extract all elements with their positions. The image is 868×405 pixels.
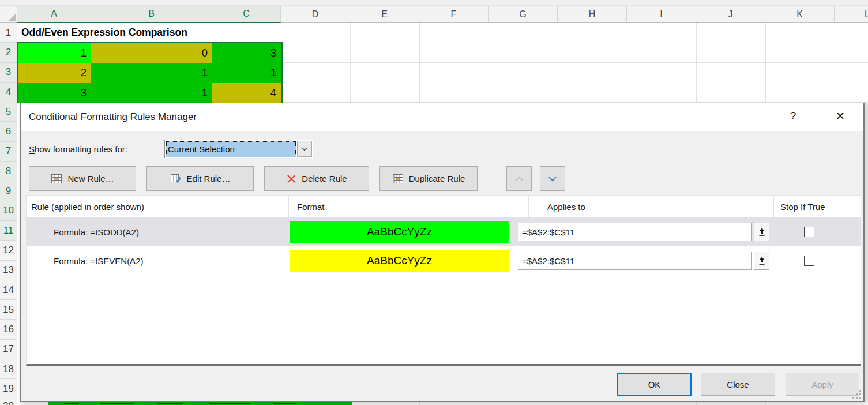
cell-B2[interactable]: 0 xyxy=(91,43,212,63)
peek-row-strip xyxy=(17,402,868,405)
rule-row-iseven[interactable]: Formula: =ISEVEN(A2) AaBbCcYyZz =$A$2:$C… xyxy=(27,246,861,275)
applies-to-input[interactable]: =$A$2:$C$11 xyxy=(518,223,752,241)
ok-button[interactable]: OK xyxy=(617,373,692,396)
sheet-right-sliver xyxy=(865,103,868,402)
cell-A4[interactable]: 3 xyxy=(17,82,91,103)
column-header-J[interactable]: J xyxy=(696,6,765,23)
cell-C4[interactable]: 4 xyxy=(212,82,281,103)
row-header-3[interactable]: 3 xyxy=(0,63,17,82)
row-header-18[interactable]: 18 xyxy=(0,359,17,379)
peek-text-fragment xyxy=(273,403,296,404)
excel-window: A B C D E F G H I J K L 1 2 3 4 5 6 7 8 … xyxy=(0,0,868,405)
column-header-E[interactable]: E xyxy=(350,6,419,23)
close-dialog-button[interactable]: Close xyxy=(701,373,775,396)
row-header-14[interactable]: 14 xyxy=(0,280,17,300)
dialog-titlebar: Conditional Formatting Rules Manager ? ✕ xyxy=(21,103,863,131)
stop-if-true-checkbox[interactable] xyxy=(804,256,814,266)
applies-to-input[interactable]: =$A$2:$C$11 xyxy=(518,252,752,270)
column-header-K[interactable]: K xyxy=(765,6,835,23)
rule-format-preview: AaBbCcYyZz xyxy=(290,250,509,272)
cell-A2[interactable]: 1 xyxy=(17,43,91,63)
conditional-formatting-rules-manager-dialog: Conditional Formatting Rules Manager ? ✕… xyxy=(20,103,865,402)
cell-B3[interactable]: 1 xyxy=(91,63,212,82)
cell-C3[interactable]: 1 xyxy=(212,63,281,82)
dialog-title: Conditional Formatting Rules Manager xyxy=(29,103,197,131)
rule-row-isodd[interactable]: Formula: =ISODD(A2) AaBbCcYyZz =$A$2:$C$… xyxy=(27,217,861,246)
row-header-17[interactable]: 17 xyxy=(0,340,17,359)
rule-formula-text: Formula: =ISEVEN(A2) xyxy=(54,246,143,275)
duplicate-rule-button[interactable]: Duplicate Rule xyxy=(379,166,478,191)
row-header-6[interactable]: 6 xyxy=(0,122,17,141)
column-header-F[interactable]: F xyxy=(419,6,489,23)
peek-text-fragment xyxy=(157,403,183,404)
row-header-15[interactable]: 15 xyxy=(0,300,17,320)
cell-A3[interactable]: 2 xyxy=(17,63,91,82)
close-icon: ✕ xyxy=(836,109,846,123)
column-header-C[interactable]: C xyxy=(212,6,281,23)
row-header-20[interactable]: 20 xyxy=(0,399,17,405)
apply-button: Apply xyxy=(786,373,859,396)
row-header-9[interactable]: 9 xyxy=(0,181,17,201)
collapse-dialog-button[interactable] xyxy=(754,252,769,270)
select-all-corner[interactable] xyxy=(0,6,17,23)
stop-if-true-checkbox[interactable] xyxy=(804,227,814,237)
duplicate-rule-table-icon xyxy=(392,173,404,185)
column-header-G[interactable]: G xyxy=(489,6,558,23)
row-header-1[interactable]: 1 xyxy=(0,23,17,43)
peek-green-cells xyxy=(48,402,352,405)
new-rule-button[interactable]: New Rule… xyxy=(29,166,136,191)
header-separator xyxy=(288,196,289,217)
cell-B4[interactable]: 1 xyxy=(91,82,212,103)
column-header-band: A B C D E F G H I J K L xyxy=(0,6,868,23)
column-header-stop-if-true: Stop If True xyxy=(780,196,825,217)
column-header-rule: Rule (applied in order shown) xyxy=(31,196,144,217)
row-header-7[interactable]: 7 xyxy=(0,142,17,162)
row-header-4[interactable]: 4 xyxy=(0,82,17,102)
column-header-format: Format xyxy=(297,196,325,217)
peek-gridlines xyxy=(281,402,868,405)
close-button[interactable]: ✕ xyxy=(828,103,853,129)
delete-rule-button[interactable]: Delete Rule xyxy=(264,166,369,191)
sheet-top-strip xyxy=(0,0,868,6)
edit-rule-button[interactable]: Edit Rule… xyxy=(146,166,254,191)
move-rule-down-button[interactable] xyxy=(540,166,565,191)
collapse-dialog-button[interactable] xyxy=(754,223,769,241)
horizontal-gridlines xyxy=(281,43,868,103)
column-header-H[interactable]: H xyxy=(558,6,627,23)
row-header-5[interactable]: 5 xyxy=(0,102,17,122)
row-header-19[interactable]: 19 xyxy=(0,379,17,399)
delete-x-icon xyxy=(286,174,296,184)
row-header-16[interactable]: 16 xyxy=(0,320,17,339)
rule-format-preview: AaBbCcYyZz xyxy=(290,221,509,243)
rule-formula-text: Formula: =ISODD(A2) xyxy=(54,217,139,246)
collapse-range-icon xyxy=(758,228,765,237)
help-button[interactable]: ? xyxy=(780,103,806,129)
column-header-L[interactable]: L xyxy=(835,6,868,23)
column-header-D[interactable]: D xyxy=(281,6,350,23)
move-rule-up-button[interactable] xyxy=(506,166,532,191)
dropdown-arrow-button[interactable] xyxy=(297,141,312,157)
resize-grip[interactable] xyxy=(851,388,861,399)
chevron-up-icon xyxy=(514,176,524,182)
column-header-I[interactable]: I xyxy=(627,6,696,23)
peek-text-fragment xyxy=(209,403,250,404)
row-header-12[interactable]: 12 xyxy=(0,241,17,260)
show-formatting-rules-label: Show formatting rules for: xyxy=(29,140,127,158)
collapse-range-icon xyxy=(758,257,765,265)
column-header-B[interactable]: B xyxy=(91,6,212,23)
new-rule-table-icon xyxy=(51,173,62,185)
header-separator xyxy=(773,196,774,217)
help-icon: ? xyxy=(790,110,796,122)
column-header-A[interactable]: A xyxy=(17,6,91,23)
cell-A1-title[interactable]: Odd/Even Expression Comparison xyxy=(17,23,281,43)
dropdown-selected-value: Current Selection xyxy=(166,141,296,157)
row-header-11[interactable]: 11 xyxy=(0,221,17,241)
chevron-down-icon xyxy=(302,147,307,151)
row-header-13[interactable]: 13 xyxy=(0,261,17,280)
select-all-triangle-icon xyxy=(8,14,16,21)
row-header-2[interactable]: 2 xyxy=(0,43,17,62)
row-header-8[interactable]: 8 xyxy=(0,162,17,181)
cell-C2[interactable]: 3 xyxy=(212,43,281,63)
row-header-10[interactable]: 10 xyxy=(0,201,17,221)
show-rules-dropdown[interactable]: Current Selection xyxy=(164,140,313,158)
